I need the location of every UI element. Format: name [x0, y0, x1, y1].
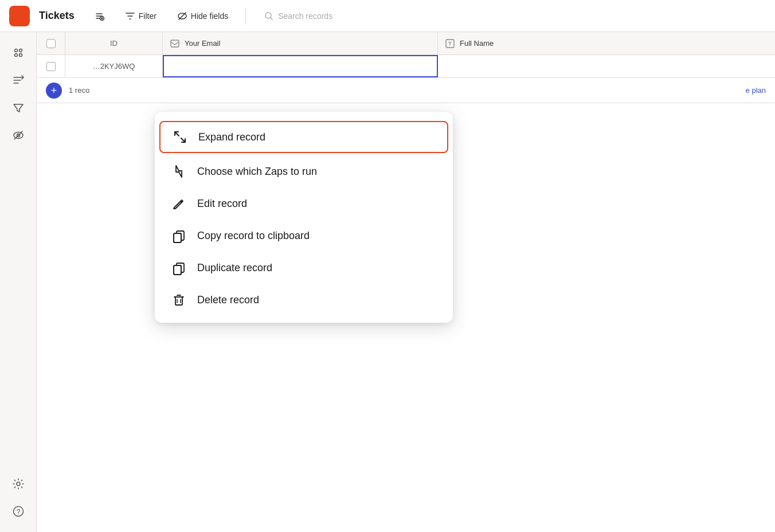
svg-line-27	[181, 138, 185, 142]
context-menu-item-copy[interactable]: Copy record to clipboard	[155, 220, 453, 252]
column-header-fullname: T Full Name	[438, 32, 775, 54]
hide-fields-button[interactable]: Hide fields	[171, 7, 234, 25]
search-placeholder: Search records	[278, 11, 332, 21]
sidebar-item-apps[interactable]	[7, 41, 30, 64]
header-checkbox-cell	[37, 32, 65, 54]
settings-icon	[12, 478, 25, 490]
context-menu-item-expand[interactable]: Expand record	[159, 121, 448, 153]
delete-label: Delete record	[197, 294, 259, 306]
filter-sidebar-icon	[12, 101, 25, 114]
svg-rect-23	[171, 40, 179, 47]
hide-icon	[12, 129, 25, 142]
sidebar: ?	[0, 32, 37, 532]
context-menu-item-duplicate[interactable]: Duplicate record	[155, 252, 453, 284]
svg-text:?: ?	[16, 508, 20, 516]
hide-fields-icon	[177, 11, 187, 21]
header-divider	[245, 8, 246, 24]
add-record-button[interactable]: +	[46, 83, 62, 99]
context-menu: Expand record Choose which Zaps to run E…	[155, 112, 453, 323]
svg-marker-28	[176, 166, 182, 177]
row-id-cell: …2KYJ6WQ	[65, 55, 163, 77]
svg-point-20	[17, 482, 20, 486]
edit-label: Edit record	[197, 198, 247, 210]
row-name-cell	[438, 55, 775, 77]
row-checkbox-cell	[37, 55, 65, 77]
page-title: Tickets	[39, 10, 75, 22]
svg-line-9	[271, 18, 272, 19]
edit-icon	[171, 195, 187, 212]
filter-button[interactable]: Filter	[119, 7, 162, 25]
column-header-email: Your Email	[163, 32, 438, 54]
copy-label: Copy record to clipboard	[197, 230, 310, 242]
context-menu-item-zaps[interactable]: Choose which Zaps to run	[155, 155, 453, 187]
context-menu-item-edit[interactable]: Edit record	[155, 187, 453, 220]
expand-label: Expand record	[198, 131, 265, 143]
expand-icon	[172, 129, 188, 145]
svg-rect-33	[174, 265, 181, 275]
sidebar-item-help[interactable]: ?	[7, 500, 30, 523]
text-col-icon: T	[445, 38, 455, 49]
search-icon	[264, 11, 273, 21]
header: Tickets Filter Hide fields Sea	[0, 0, 775, 32]
search-bar[interactable]: Search records	[257, 8, 339, 24]
duplicate-icon	[171, 260, 187, 276]
context-menu-item-delete[interactable]: Delete record	[155, 284, 453, 316]
sidebar-item-hide[interactable]	[7, 124, 30, 147]
email-col-icon	[170, 38, 180, 49]
copy-icon	[171, 228, 187, 244]
sidebar-item-filter[interactable]	[7, 96, 30, 119]
table-row[interactable]: …2KYJ6WQ	[37, 55, 775, 78]
column-header-id: ID	[65, 32, 163, 54]
table-footer: + 1 reco e plan	[37, 78, 775, 103]
help-icon: ?	[12, 505, 25, 518]
delete-icon	[171, 292, 187, 308]
svg-rect-30	[174, 233, 181, 242]
row-email-cell[interactable]	[163, 55, 438, 77]
add-field-icon	[94, 11, 104, 21]
upgrade-link[interactable]: e plan	[746, 86, 766, 95]
sort-icon	[12, 74, 25, 87]
table-header: ID Your Email T Full Name	[37, 32, 775, 55]
zaps-icon	[171, 163, 187, 179]
select-all-checkbox[interactable]	[46, 39, 56, 48]
record-count: 1 reco	[69, 86, 89, 95]
sidebar-item-sort[interactable]	[7, 69, 30, 92]
apps-icon	[12, 46, 25, 59]
duplicate-label: Duplicate record	[197, 262, 272, 274]
filter-label: Filter	[139, 11, 156, 21]
filter-icon	[125, 11, 135, 21]
row-checkbox[interactable]	[46, 62, 56, 71]
add-field-button[interactable]	[88, 7, 110, 25]
svg-rect-35	[175, 297, 182, 305]
svg-point-11	[19, 49, 22, 52]
sidebar-item-settings[interactable]	[7, 472, 30, 495]
svg-point-10	[14, 49, 17, 52]
svg-point-13	[19, 54, 22, 57]
app-logo	[9, 6, 30, 26]
svg-line-26	[175, 132, 179, 136]
svg-text:T: T	[448, 41, 452, 46]
hide-fields-label: Hide fields	[191, 11, 228, 21]
zaps-label: Choose which Zaps to run	[197, 166, 317, 178]
svg-point-12	[14, 54, 17, 57]
